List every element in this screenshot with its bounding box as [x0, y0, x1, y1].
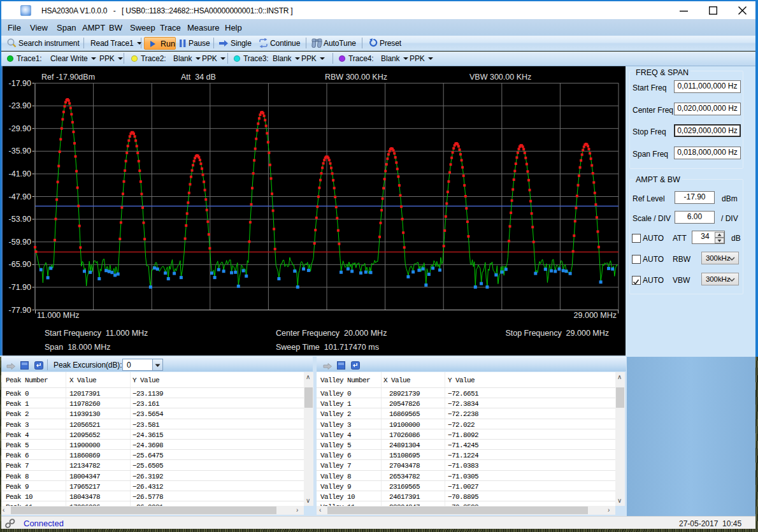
svg-text:Ref -17.90dBm: Ref -17.90dBm: [41, 73, 95, 82]
svg-text:Sweep Time 101.717470 ms: Sweep Time 101.717470 ms: [276, 343, 379, 352]
svg-text:-65.90: -65.90: [9, 260, 31, 269]
svg-text:-53.90: -53.90: [9, 215, 31, 224]
svg-text:Start Frequency 11.000 MHz: Start Frequency 11.000 MHz: [45, 329, 148, 338]
svg-text:VBW 300.00 KHz: VBW 300.00 KHz: [469, 73, 531, 82]
svg-text:Center Frequency 20.000 MHz: Center Frequency 20.000 MHz: [276, 329, 387, 338]
svg-text:-71.90: -71.90: [9, 283, 31, 292]
svg-text:-23.90: -23.90: [9, 101, 31, 110]
svg-text:Att 34 dB: Att 34 dB: [181, 73, 216, 82]
svg-text:11.000 MHz: 11.000 MHz: [37, 311, 79, 320]
svg-text:RBW 300.00 KHz: RBW 300.00 KHz: [325, 73, 387, 82]
svg-text:Span 18.000 MHz: Span 18.000 MHz: [45, 343, 111, 352]
svg-text:-35.90: -35.90: [9, 147, 31, 155]
svg-text:-41.90: -41.90: [9, 169, 31, 178]
svg-text:-47.90: -47.90: [9, 192, 31, 201]
svg-text:-77.90: -77.90: [9, 306, 31, 315]
svg-text:Stop Frequency 29.000 MHz: Stop Frequency 29.000 MHz: [505, 329, 609, 338]
svg-text:-17.90: -17.90: [9, 79, 31, 88]
svg-text:-59.90: -59.90: [9, 238, 31, 247]
svg-text:29.000 MHz: 29.000 MHz: [574, 311, 617, 320]
svg-text:-29.90: -29.90: [9, 124, 31, 133]
